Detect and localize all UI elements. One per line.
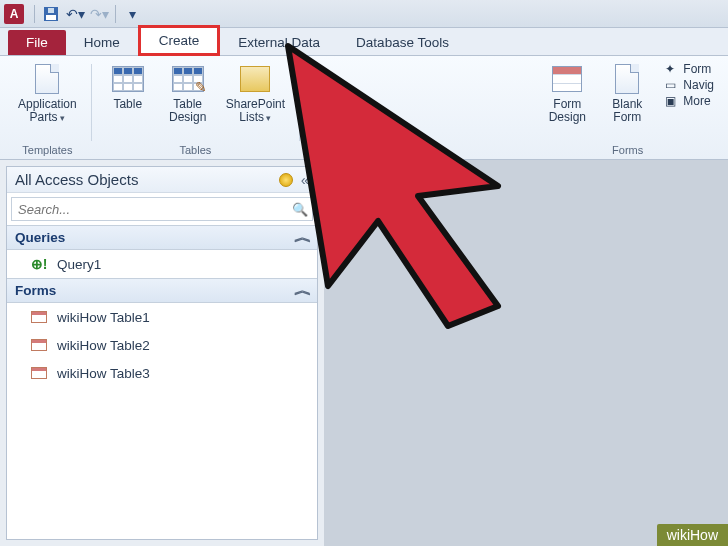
sharepoint-lists-button[interactable]: SharePoint Lists [220,60,291,142]
query-icon: ⊕! [29,256,49,272]
group-separator [299,64,300,141]
form-icon [31,311,47,323]
blank-form-button[interactable]: Blank Form [599,60,655,142]
title-bar: A ↶▾ ↷▾ ▾ [0,0,728,28]
more-forms-label: More [683,94,710,108]
section-queries[interactable]: Queries ︽ [7,225,317,250]
group-tables: Table Table Design SharePoint Lists Tabl… [94,60,297,159]
section-queries-label: Queries [15,230,65,245]
search-icon[interactable]: 🔍 [288,202,312,217]
nav-item-query[interactable]: ⊕! Query1 [7,250,317,278]
group-forms: Form Design Blank Form ✦Form ▭Navig ▣Mor… [533,60,722,159]
group-label-tables: Tables [100,142,291,159]
section-forms[interactable]: Forms ︽ [7,278,317,303]
nav-collapse-button[interactable]: « [301,171,309,188]
redo-button[interactable]: ↷▾ [88,3,110,25]
tab-external-data[interactable]: External Data [220,30,338,55]
nav-search[interactable]: 🔍 [11,197,313,221]
tab-file[interactable]: File [8,30,66,55]
wizard-icon: ✦ [661,62,679,76]
form-wizard-label: Form [683,62,711,76]
form-design-button[interactable]: Form Design [539,60,595,142]
qat-customize-icon[interactable]: ▾ [121,3,143,25]
section-forms-label: Forms [15,283,56,298]
chevron-up-icon: ︽ [294,282,312,299]
document-icon [35,64,59,94]
form-wizard-button[interactable]: ✦Form [661,62,714,76]
navigation-icon: ▭ [661,78,679,92]
table-design-button[interactable]: Table Design [160,60,216,142]
watermark: wikiHow [657,524,728,546]
navigation-button[interactable]: ▭Navig [661,78,714,92]
chevron-up-icon: ︽ [294,229,312,246]
tab-create[interactable]: Create [138,25,221,56]
application-parts-label: Application Parts [18,97,77,124]
form-design-icon [552,66,582,92]
nav-pane-header[interactable]: All Access Objects « [7,167,317,193]
group-separator [91,64,92,141]
group-label-forms: Forms [539,142,716,159]
ribbon-tab-bar: File Home Create External Data Database … [0,28,728,56]
sharepoint-lists-label: SharePoint Lists [226,97,285,124]
group-label-templates: Templates [12,142,83,159]
qat-separator [115,5,116,23]
app-badge: A [4,4,24,24]
blank-form-label: Blank Form [612,98,642,124]
navigation-pane: All Access Objects « 🔍 Queries ︽ ⊕! Quer… [6,166,318,540]
table-icon [112,66,144,92]
save-icon[interactable] [40,3,62,25]
table-button[interactable]: Table [100,60,156,142]
nav-item-label: wikiHow Table1 [57,310,150,325]
sharepoint-icon [240,66,270,92]
nav-item-form[interactable]: wikiHow Table2 [7,331,317,359]
search-input[interactable] [12,202,288,217]
svg-rect-1 [46,15,56,20]
ribbon: Application Parts Templates Table Table … [0,56,728,160]
table-design-label: Table Design [169,98,206,124]
workspace: All Access Objects « 🔍 Queries ︽ ⊕! Quer… [0,160,728,546]
nav-item-label: wikiHow Table2 [57,338,150,353]
nav-item-label: Query1 [57,257,101,272]
qat-separator [34,5,35,23]
nav-item-form[interactable]: wikiHow Table3 [7,359,317,387]
forms-small-list: ✦Form ▭Navig ▣More [659,60,716,142]
undo-button[interactable]: ↶▾ [64,3,86,25]
blank-form-icon [615,64,639,94]
tab-database-tools[interactable]: Database Tools [338,30,467,55]
form-design-label: Form Design [549,98,586,124]
tab-home[interactable]: Home [66,30,138,55]
nav-item-label: wikiHow Table3 [57,366,150,381]
svg-rect-2 [48,8,54,13]
nav-pane-title: All Access Objects [15,171,138,188]
form-icon [31,339,47,351]
nav-item-form[interactable]: wikiHow Table1 [7,303,317,331]
document-canvas [324,160,728,546]
table-design-icon [172,66,204,92]
navigation-label: Navig [683,78,714,92]
form-icon [31,367,47,379]
table-label: Table [113,98,142,111]
application-parts-button[interactable]: Application Parts [12,60,83,142]
group-templates: Application Parts Templates [6,60,89,159]
more-forms-button[interactable]: ▣More [661,94,714,108]
nav-filter-icon[interactable] [279,173,293,187]
more-forms-icon: ▣ [661,94,679,108]
